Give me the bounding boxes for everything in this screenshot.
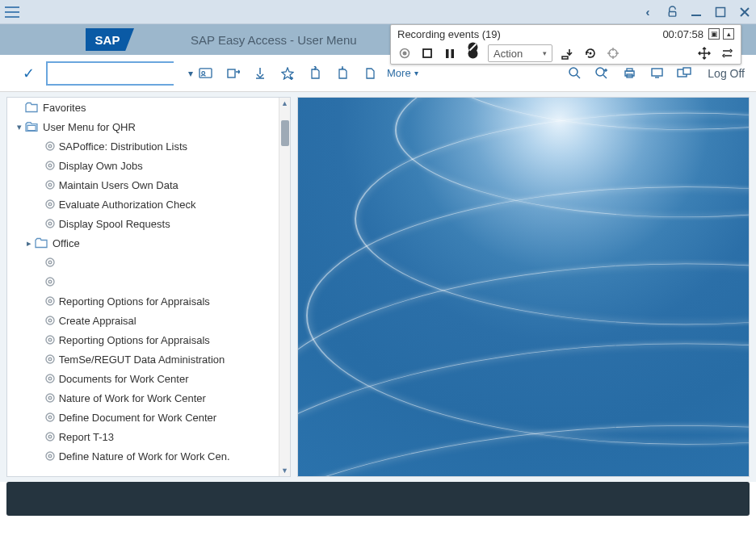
tree-item[interactable]: Reporting Options for Appraisals <box>7 291 290 311</box>
svg-point-19 <box>46 181 54 189</box>
step-in-icon[interactable] <box>561 46 575 61</box>
svg-rect-56 <box>562 56 568 59</box>
svg-rect-51 <box>452 49 455 58</box>
search-icon[interactable] <box>564 63 585 84</box>
star-icon[interactable] <box>277 63 298 84</box>
nav-tree: Favorites ▾ User Menu for QHR SAPoffice:… <box>6 97 291 477</box>
record-icon[interactable] <box>397 46 412 61</box>
tree-item[interactable]: SAPoffice: Distribution Lists <box>7 136 290 156</box>
svg-rect-1 <box>691 15 701 16</box>
svg-point-31 <box>46 316 54 324</box>
svg-point-23 <box>46 220 54 228</box>
recorder-time: 00:07:58 <box>662 28 704 40</box>
tree-item[interactable]: Evaluate Authorization Check <box>7 195 290 214</box>
window-titlebar: ‹ <box>0 0 756 24</box>
recorder-panel[interactable]: Recording events (19) 00:07:58 ▣ ▴ Actio… <box>390 24 741 65</box>
doc-down-icon[interactable] <box>332 63 353 84</box>
sap-menu-icon[interactable] <box>222 63 243 84</box>
tree-item[interactable]: Display Spool Requests <box>7 214 290 233</box>
svg-point-37 <box>46 375 54 383</box>
logoff-button[interactable]: Log Off <box>708 67 745 80</box>
tree-item[interactable]: Report T-13 <box>7 427 290 446</box>
ok-button[interactable]: ✓ <box>23 65 35 82</box>
svg-point-26 <box>48 261 52 264</box>
svg-point-36 <box>48 358 52 361</box>
page-title: SAP Easy Access - User Menu <box>191 33 357 47</box>
more-button[interactable]: More▾ <box>387 67 418 79</box>
repeat-icon[interactable] <box>720 46 734 61</box>
tree-item[interactable]: Define Nature of Work for Work Cen. <box>7 446 290 466</box>
add-favorites-icon[interactable] <box>250 63 271 84</box>
refresh-icon[interactable] <box>583 46 598 61</box>
maximize-icon[interactable] <box>714 6 727 19</box>
svg-point-42 <box>48 416 52 419</box>
user-menu-icon[interactable] <box>195 63 216 84</box>
menu-button[interactable] <box>5 6 19 18</box>
close-icon[interactable] <box>738 6 751 19</box>
svg-rect-14 <box>27 126 36 131</box>
svg-point-46 <box>48 454 52 458</box>
cancel-icon[interactable] <box>465 46 480 61</box>
svg-rect-0 <box>669 12 675 17</box>
recorder-collapse-icon[interactable]: ▴ <box>723 28 734 40</box>
tree-item[interactable]: Nature of Work for Work Center <box>7 388 290 408</box>
svg-point-18 <box>48 164 52 167</box>
screen-icon[interactable] <box>646 63 667 84</box>
tree-item[interactable]: Define Document for Work Center <box>7 408 290 427</box>
svg-point-41 <box>46 413 54 421</box>
svg-rect-5 <box>228 69 235 77</box>
svg-point-43 <box>46 433 54 441</box>
tree-item[interactable]: Display Own Jobs <box>7 156 290 175</box>
svg-point-29 <box>46 297 54 305</box>
recorder-box-icon[interactable]: ▣ <box>708 28 720 40</box>
svg-point-35 <box>46 355 54 363</box>
tree-item-blank[interactable] <box>7 253 290 272</box>
new-window-icon[interactable] <box>674 63 695 84</box>
tree-node-office[interactable]: ▸ Office <box>7 233 290 253</box>
svg-rect-50 <box>446 49 449 58</box>
scroll-down-icon[interactable]: ▼ <box>279 465 290 476</box>
background-image-area <box>297 97 750 477</box>
svg-point-6 <box>569 68 578 76</box>
svg-point-30 <box>48 299 52 303</box>
pause-icon[interactable] <box>443 46 457 61</box>
chevron-down-icon[interactable]: ▾ <box>188 68 193 79</box>
svg-point-25 <box>46 258 54 266</box>
svg-point-16 <box>48 144 52 148</box>
sap-logo: SAP <box>86 28 134 51</box>
svg-point-34 <box>48 338 52 341</box>
content-area: Favorites ▾ User Menu for QHR SAPoffice:… <box>0 92 756 482</box>
recorder-action-select[interactable]: Action▾ <box>488 44 552 62</box>
prev-icon[interactable]: ‹ <box>641 6 654 19</box>
tree-node-favorites[interactable]: Favorites <box>7 98 290 117</box>
tree-item[interactable]: Documents for Work Center <box>7 369 290 388</box>
scroll-thumb[interactable] <box>281 120 289 146</box>
print-icon[interactable] <box>619 63 640 84</box>
svg-rect-11 <box>652 69 662 76</box>
tree-item-blank[interactable] <box>7 272 290 291</box>
tree-node-user-menu[interactable]: ▾ User Menu for QHR <box>7 117 290 136</box>
unlock-icon[interactable] <box>666 6 678 19</box>
svg-point-24 <box>48 222 52 225</box>
doc-up-icon[interactable] <box>304 63 326 84</box>
tree-scrollbar[interactable]: ▲ ▼ <box>279 98 290 476</box>
svg-point-48 <box>403 52 407 56</box>
tree-item[interactable]: TemSe/REGUT Data Administration <box>7 349 290 369</box>
svg-point-33 <box>46 336 54 344</box>
move-icon[interactable] <box>697 46 712 61</box>
scroll-up-icon[interactable]: ▲ <box>279 98 290 109</box>
assign-role-icon[interactable] <box>359 63 380 84</box>
tree-item[interactable]: Create Appraisal <box>7 311 290 330</box>
svg-point-17 <box>46 161 54 169</box>
svg-point-22 <box>48 203 52 206</box>
search-plus-icon[interactable] <box>591 63 612 84</box>
tcode-input-wrapper[interactable]: ▾ <box>46 61 174 86</box>
target-icon[interactable] <box>606 46 620 61</box>
tcode-input[interactable] <box>52 63 188 84</box>
minimize-icon[interactable] <box>690 6 703 19</box>
svg-point-44 <box>48 435 52 438</box>
tree-item[interactable]: Maintain Users Own Data <box>7 175 290 195</box>
tree-item[interactable]: Reporting Options for Appraisals <box>7 330 290 349</box>
stop-icon[interactable] <box>420 46 435 61</box>
svg-rect-13 <box>683 68 691 74</box>
